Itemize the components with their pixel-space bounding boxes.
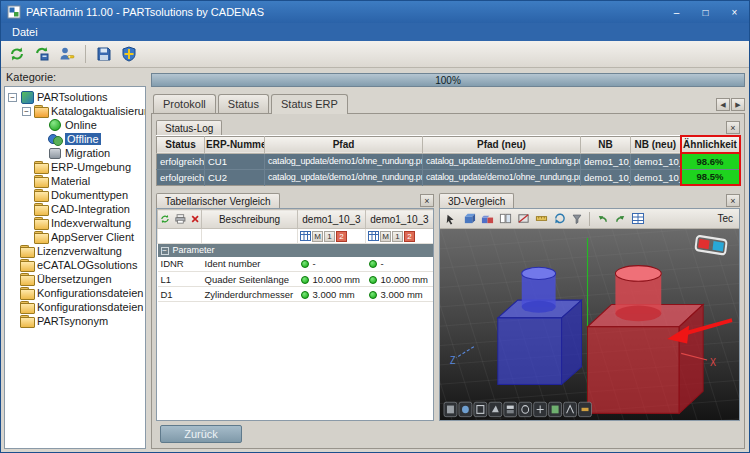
close-icon[interactable]: × [726, 194, 740, 207]
measure-icon[interactable] [533, 211, 549, 227]
tab-bar: Protokoll Status Status ERP ◀ ▶ [151, 94, 745, 113]
view-mode-1-button[interactable]: 1 [324, 231, 335, 242]
tree-item-online[interactable]: Online [5, 118, 145, 132]
tab-protokoll[interactable]: Protokoll [153, 94, 216, 113]
section-row[interactable]: −Parameter [158, 244, 434, 257]
tree-item-lizenzverwaltung[interactable]: Lizenzverwaltung [5, 244, 145, 258]
param-value-b: - [381, 258, 384, 269]
print-icon[interactable] [175, 213, 186, 225]
compare-models-icon[interactable] [479, 211, 495, 227]
close-button[interactable]: × [720, 1, 749, 23]
view-mode-2-button[interactable]: 2 [336, 231, 347, 242]
refresh-icon[interactable] [160, 213, 170, 225]
sync-icon [34, 46, 50, 62]
save-button[interactable] [93, 43, 115, 65]
delete-icon[interactable] [191, 214, 199, 224]
collapse-icon[interactable]: − [161, 247, 169, 255]
title-bar[interactable]: PARTadmin 11.00 - PARTsolutions by CADEN… [1, 1, 749, 23]
view-mode-m-button[interactable]: M [312, 231, 323, 242]
undo-icon[interactable] [594, 211, 610, 227]
status-log-header: Status-Log × [156, 118, 740, 135]
grid-view-icon[interactable] [630, 211, 646, 227]
folder-icon [20, 245, 34, 257]
redo-icon[interactable] [612, 211, 628, 227]
user-rights-button[interactable] [56, 43, 78, 65]
close-icon[interactable]: × [726, 121, 740, 134]
view-mode-m-button[interactable]: M [380, 231, 391, 242]
tree-item-appserver-client[interactable]: AppServer Client [5, 230, 145, 244]
tree-item-katalogaktualisierung[interactable]: − Katalogaktualisierung [5, 104, 145, 118]
tab-content: Status-Log × Status ERP-Nummer [151, 113, 745, 449]
folder-icon [20, 259, 34, 271]
folder-icon [20, 301, 34, 313]
rotate-view-icon[interactable] [551, 211, 567, 227]
back-button[interactable]: Zurück [160, 425, 242, 443]
param-name: L1 [158, 272, 202, 287]
view-mode-2-button[interactable]: 2 [404, 231, 415, 242]
cell-erp: CU1 [205, 153, 265, 169]
tree-item-indexverwaltung[interactable]: Indexverwaltung [5, 216, 145, 230]
tree-item-ecatalogsolutions[interactable]: eCATALOGsolutions [5, 258, 145, 272]
tree-item-erp-umgebung[interactable]: ERP-Umgebung [5, 160, 145, 174]
3d-compare-panel: 3D-Vergleich × [439, 191, 740, 421]
tree-item-konfigurationsdateien-v2[interactable]: Konfigurationsdateien (V2 [5, 300, 145, 314]
param-row[interactable]: D1 Zylinderdurchmesser 3.000 mm 3.000 mm [158, 287, 434, 302]
tree-item-partsynonym[interactable]: PARTsynonym [5, 314, 145, 328]
cell-aehnlichkeit: 98.5% [681, 169, 740, 185]
tree-item-label: AppServer Client [51, 231, 134, 243]
param-desc: Zylinderdurchmesser [202, 287, 298, 302]
maximize-button[interactable]: □ [691, 1, 720, 23]
match-ok-icon [369, 276, 377, 284]
minimize-button[interactable]: – [662, 1, 691, 23]
shaded-view-icon[interactable] [461, 211, 477, 227]
tab-scroll-left-icon[interactable]: ◀ [716, 98, 730, 111]
tree-item-label: Konfigurationsdateien [37, 287, 143, 299]
param-row[interactable]: L1 Quader Seitenlänge 10.000 mm 10.000 m… [158, 272, 434, 287]
x-axis-label: X [710, 356, 717, 368]
tree-item-label: Übersetzungen [37, 273, 112, 285]
clip-plane-icon[interactable] [515, 211, 531, 227]
table-row[interactable]: erfolgreich CU1 catalog_update/demo1/ohn… [157, 153, 740, 169]
user-key-icon [59, 46, 75, 62]
tree-item-offline[interactable]: Offline [5, 132, 145, 146]
table-icon[interactable] [300, 231, 311, 241]
open-folder-icon [34, 105, 48, 117]
filter-icon[interactable] [569, 211, 585, 227]
cell-nb-neu: demo1_10_4 [631, 169, 681, 185]
tab-status[interactable]: Status [218, 94, 269, 113]
tree-item-migration[interactable]: Migration [5, 146, 145, 160]
3d-viewport[interactable]: Z X [440, 229, 739, 420]
tab-scroll-right-icon[interactable]: ▶ [731, 98, 745, 111]
3d-toolbar-mode-label[interactable]: Tec [714, 213, 736, 224]
menu-datei[interactable]: Datei [3, 25, 47, 40]
cell-aehnlichkeit: 98.6% [681, 153, 740, 169]
tree-item-material[interactable]: Material [5, 174, 145, 188]
tree-item-dokumenttypen[interactable]: Dokumenttypen [5, 188, 145, 202]
tree-item-cad-integration[interactable]: CAD-Integration [5, 202, 145, 216]
tab-status-erp[interactable]: Status ERP [271, 94, 348, 114]
tabular-compare-tab[interactable]: Tabellarischer Vergleich [156, 193, 280, 208]
status-log-tab[interactable]: Status-Log [156, 120, 222, 135]
collapse-expander-icon[interactable]: − [22, 107, 31, 116]
collapse-expander-icon[interactable]: − [8, 93, 17, 102]
close-icon[interactable]: × [420, 194, 434, 207]
param-row[interactable]: IDNR Ident number - - [158, 257, 434, 272]
update-catalog-button[interactable] [6, 43, 28, 65]
sync-catalog-button[interactable] [31, 43, 53, 65]
match-ok-icon [301, 291, 309, 299]
menu-bar: Datei [1, 23, 749, 41]
3d-compare-tab[interactable]: 3D-Vergleich [439, 193, 514, 208]
table-row[interactable]: erfolgreich CU2 catalog_update/demo1/ohn… [157, 169, 740, 185]
tree-item-uebersetzungen[interactable]: Übersetzungen [5, 272, 145, 286]
tree-item-konfigurationsdateien[interactable]: Konfigurationsdateien [5, 286, 145, 300]
tree-item-partsolutions[interactable]: − PARTsolutions [5, 90, 145, 104]
view-mode-1-button[interactable]: 1 [392, 231, 403, 242]
match-ok-icon [301, 260, 309, 268]
security-button[interactable] [118, 43, 140, 65]
table-icon[interactable] [368, 231, 379, 241]
split-view-icon[interactable] [497, 211, 513, 227]
3d-toolbar: Tec [440, 209, 739, 229]
param-desc: Quader Seitenlänge [202, 272, 298, 287]
migration-icon [48, 147, 62, 159]
select-cursor-icon[interactable] [443, 211, 459, 227]
